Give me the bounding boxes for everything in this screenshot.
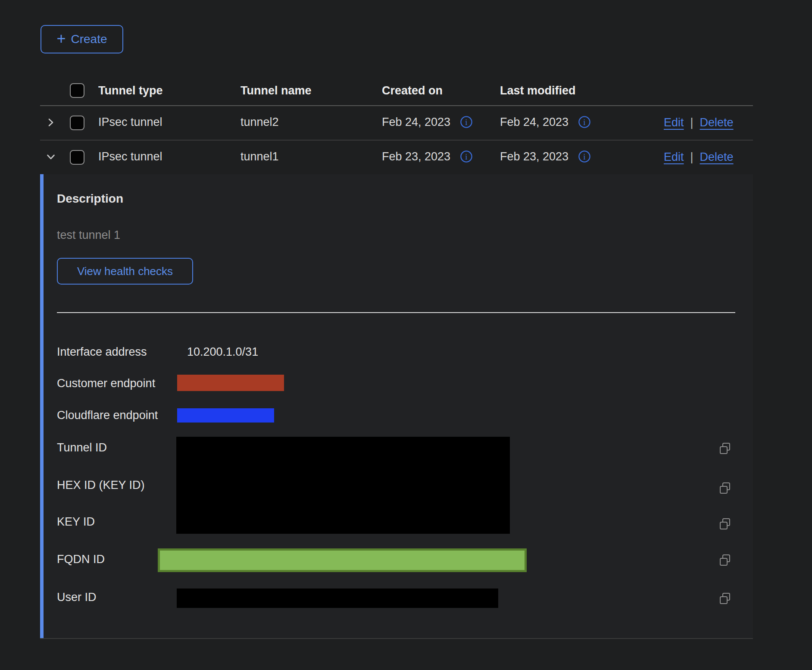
tunnel-id-label: Tunnel ID xyxy=(57,439,107,456)
cell-tunnel-name: tunnel2 xyxy=(240,105,279,139)
user-id-label: User ID xyxy=(57,589,97,606)
delete-link[interactable]: Delete xyxy=(700,116,734,129)
info-icon[interactable]: i xyxy=(578,116,591,128)
row-actions: Edit | Delete xyxy=(664,140,734,174)
copy-icon[interactable] xyxy=(718,481,732,495)
cell-tunnel-name: tunnel1 xyxy=(240,140,279,173)
svg-text:i: i xyxy=(465,118,468,127)
header-tunnel-type: Tunnel type xyxy=(98,77,163,104)
svg-text:i: i xyxy=(584,152,586,161)
fqdn-id-redaction xyxy=(158,548,527,572)
panel-divider xyxy=(57,312,735,313)
customer-endpoint-redaction xyxy=(177,375,284,391)
cell-created-on: Feb 24, 2023 i xyxy=(382,105,473,139)
edit-link[interactable]: Edit xyxy=(664,150,684,164)
svg-text:i: i xyxy=(465,152,468,161)
row-checkbox[interactable] xyxy=(70,150,84,165)
interface-address-label: Interface address xyxy=(57,343,147,360)
expanded-panel-bottom-border xyxy=(40,638,753,639)
ids-redaction-block xyxy=(176,437,510,534)
create-button-label: Create xyxy=(71,32,107,46)
table-row: IPsec tunnel tunnel2 Feb 24, 2023 i Feb … xyxy=(40,105,753,141)
action-separator: | xyxy=(690,150,693,164)
cell-last-modified: Feb 23, 2023 i xyxy=(500,140,591,173)
description-value: test tunnel 1 xyxy=(57,226,120,244)
customer-endpoint-label: Customer endpoint xyxy=(57,375,155,392)
header-created-on: Created on xyxy=(382,77,443,104)
description-label: Description xyxy=(57,190,123,207)
copy-icon[interactable] xyxy=(718,592,732,605)
info-icon[interactable]: i xyxy=(460,150,473,163)
select-all-checkbox[interactable] xyxy=(70,83,84,98)
create-button[interactable]: + Create xyxy=(41,25,123,53)
last-modified-value: Feb 23, 2023 xyxy=(500,140,568,173)
created-on-value: Feb 24, 2023 xyxy=(382,105,450,139)
row-actions: Edit | Delete xyxy=(664,105,734,140)
header-last-modified: Last modified xyxy=(500,77,576,104)
row-checkbox[interactable] xyxy=(70,116,84,130)
cloudflare-endpoint-label: Cloudflare endpoint xyxy=(57,407,158,424)
chevron-right-icon[interactable] xyxy=(45,117,56,128)
chevron-down-icon[interactable] xyxy=(45,151,56,163)
edit-link[interactable]: Edit xyxy=(664,116,684,129)
tunnels-page: + Create Tunnel type Tunnel name Created… xyxy=(0,0,812,670)
view-health-checks-button[interactable]: View health checks xyxy=(57,258,193,285)
copy-icon[interactable] xyxy=(718,517,732,531)
header-tunnel-name: Tunnel name xyxy=(240,77,312,104)
hex-id-label: HEX ID (KEY ID) xyxy=(57,476,145,494)
user-id-redaction xyxy=(177,589,498,608)
cell-created-on: Feb 23, 2023 i xyxy=(382,140,473,173)
cell-tunnel-type: IPsec tunnel xyxy=(98,140,162,173)
last-modified-value: Feb 24, 2023 xyxy=(500,105,568,139)
view-health-checks-label: View health checks xyxy=(77,265,173,278)
cell-last-modified: Feb 24, 2023 i xyxy=(500,105,591,139)
cell-tunnel-type: IPsec tunnel xyxy=(98,105,162,139)
action-separator: | xyxy=(690,116,693,129)
copy-icon[interactable] xyxy=(718,553,732,567)
key-id-label: KEY ID xyxy=(57,513,95,530)
delete-link[interactable]: Delete xyxy=(700,150,734,164)
fqdn-id-label: FQDN ID xyxy=(57,551,105,568)
interface-address-value: 10.200.1.0/31 xyxy=(187,343,258,360)
table-row: IPsec tunnel tunnel1 Feb 23, 2023 i Feb … xyxy=(40,140,753,174)
expanded-panel-accent-bar xyxy=(40,174,44,639)
cloudflare-endpoint-redaction xyxy=(177,408,274,423)
info-icon[interactable]: i xyxy=(460,116,473,128)
info-icon[interactable]: i xyxy=(578,150,591,163)
table-header: Tunnel type Tunnel name Created on Last … xyxy=(40,77,753,106)
created-on-value: Feb 23, 2023 xyxy=(382,140,450,173)
copy-icon[interactable] xyxy=(718,441,732,455)
svg-text:i: i xyxy=(584,118,586,127)
